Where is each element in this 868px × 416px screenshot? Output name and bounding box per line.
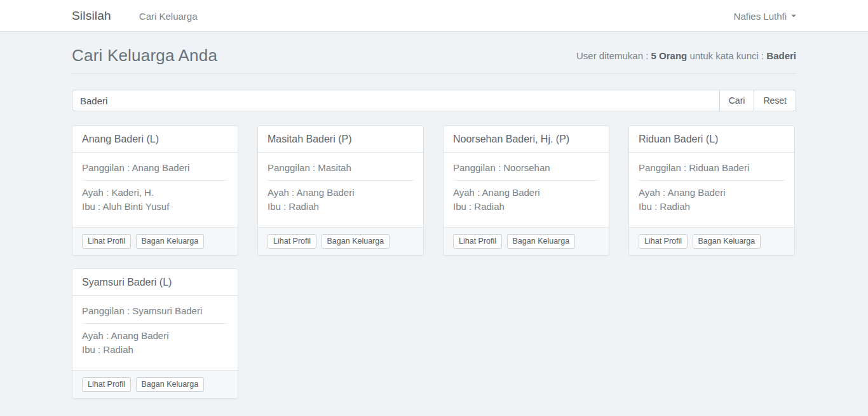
divider [82,180,228,181]
result-summary: User ditemukan : 5 Orang untuk kata kunc… [576,50,796,61]
person-card-footer: Lihat Profil Bagan Keluarga [258,227,423,255]
bagan-keluarga-button[interactable]: Bagan Keluarga [693,234,761,249]
result-summary-prefix: User ditemukan : [576,50,651,61]
bagan-keluarga-button[interactable]: Bagan Keluarga [507,234,576,249]
user-dropdown[interactable]: Nafies Luthfi [734,1,796,31]
lihat-profil-button[interactable]: Lihat Profil [268,234,316,249]
person-father: Ayah : Kaderi, H. [82,187,154,198]
bagan-keluarga-button[interactable]: Bagan Keluarga [136,377,205,392]
person-card-footer: Lihat Profil Bagan Keluarga [444,227,609,255]
person-father: Ayah : Anang Baderi [453,187,540,198]
person-card-body: Panggilan : Anang Baderi Ayah : Kaderi, … [72,153,238,227]
person-card: Syamsuri Baderi (L) Panggilan : Syamsuri… [72,268,238,399]
result-keyword: Baderi [766,50,796,61]
person-nickname: Panggilan : Masitah [268,162,414,174]
search-results-grid: Anang Baderi (L) Panggilan : Anang Bader… [72,125,796,399]
divider [268,180,414,181]
person-card: Riduan Baderi (L) Panggilan : Riduan Bad… [628,125,795,256]
person-card-title: Syamsuri Baderi (L) [72,269,238,296]
divider [639,180,785,181]
person-parents: Ayah : Anang BaderiIbu : Radiah [639,186,785,214]
brand-silsilah[interactable]: Silsilah [72,9,111,23]
lihat-profil-button[interactable]: Lihat Profil [82,234,131,249]
chevron-down-icon [791,15,796,17]
person-mother: Ibu : Radiah [639,201,690,212]
person-mother: Ibu : Radiah [268,201,319,212]
person-card-title: Noorsehan Baderi, Hj. (P) [444,126,609,153]
person-mother: Ibu : Radiah [453,201,505,212]
person-mother: Ibu : Radiah [82,344,133,355]
person-parents: Ayah : Anang BaderiIbu : Radiah [82,329,228,357]
lihat-profil-button[interactable]: Lihat Profil [453,234,502,249]
person-card: Anang Baderi (L) Panggilan : Anang Bader… [72,125,238,256]
search-input[interactable] [72,90,720,111]
bagan-keluarga-button[interactable]: Bagan Keluarga [322,234,390,249]
user-name: Nafies Luthfi [734,11,787,22]
person-father: Ayah : Anang Baderi [268,187,355,198]
person-father: Ayah : Anang Baderi [639,187,726,198]
person-nickname: Panggilan : Anang Baderi [82,162,228,174]
person-card-title: Riduan Baderi (L) [629,126,794,153]
result-count: 5 Orang [651,50,688,61]
person-card-body: Panggilan : Riduan Baderi Ayah : Anang B… [629,153,794,227]
person-card-title: Anang Baderi (L) [72,126,238,153]
person-parents: Ayah : Kaderi, H.Ibu : Aluh Binti Yusuf [82,186,228,214]
person-nickname: Panggilan : Syamsuri Baderi [82,305,228,317]
person-mother: Ibu : Aluh Binti Yusuf [82,201,169,212]
bagan-keluarga-button[interactable]: Bagan Keluarga [136,234,205,249]
lihat-profil-button[interactable]: Lihat Profil [82,377,131,392]
result-summary-middle: untuk kata kunci : [687,50,766,61]
person-parents: Ayah : Anang BaderiIbu : Radiah [268,186,414,214]
divider [82,323,228,324]
person-parents: Ayah : Anang BaderiIbu : Radiah [453,186,599,214]
person-card-body: Panggilan : Noorsehan Ayah : Anang Bader… [444,153,609,227]
person-father: Ayah : Anang Baderi [82,330,169,341]
nav-item-cari-keluarga[interactable]: Cari Keluarga [130,1,207,31]
person-nickname: Panggilan : Riduan Baderi [639,162,785,174]
reset-button[interactable]: Reset [754,90,796,111]
divider [453,180,599,181]
lihat-profil-button[interactable]: Lihat Profil [639,234,688,249]
person-card: Noorsehan Baderi, Hj. (P) Panggilan : No… [443,125,609,256]
person-card-body: Panggilan : Masitah Ayah : Anang BaderiI… [258,153,423,227]
person-card-footer: Lihat Profil Bagan Keluarga [72,370,238,398]
main-content: Cari Keluarga Anda User ditemukan : 5 Or… [72,46,796,399]
person-card-footer: Lihat Profil Bagan Keluarga [629,227,794,255]
person-nickname: Panggilan : Noorsehan [453,162,599,174]
page-header: Cari Keluarga Anda User ditemukan : 5 Or… [72,46,796,74]
navbar: Silsilah Cari Keluarga Nafies Luthfi [0,0,868,32]
search-form: Cari Reset [72,90,796,111]
cari-button[interactable]: Cari [719,90,755,111]
person-card-body: Panggilan : Syamsuri Baderi Ayah : Anang… [72,296,238,370]
page-title: Cari Keluarga Anda [72,46,217,66]
person-card-title: Masitah Baderi (P) [258,126,423,153]
person-card: Masitah Baderi (P) Panggilan : Masitah A… [257,125,424,256]
person-card-footer: Lihat Profil Bagan Keluarga [72,227,238,255]
